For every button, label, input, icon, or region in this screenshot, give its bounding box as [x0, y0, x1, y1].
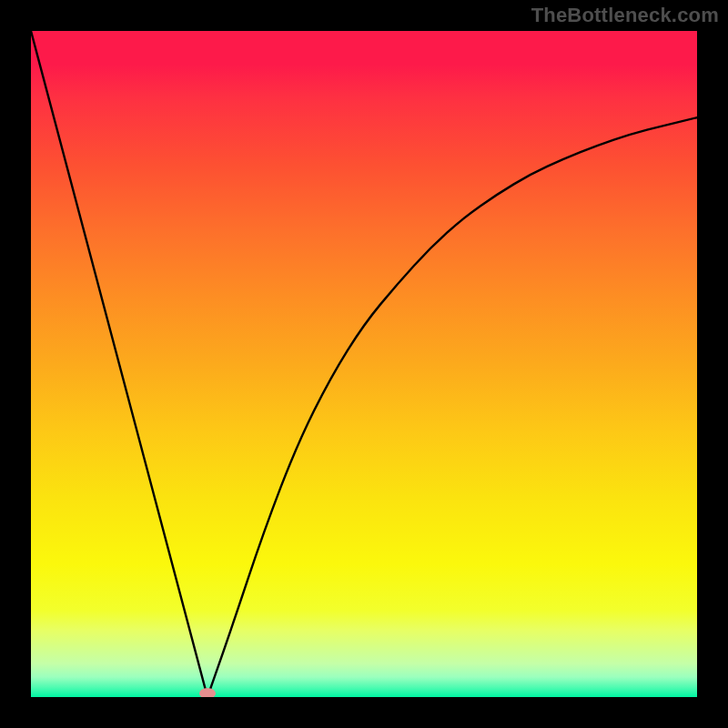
- chart-container: TheBottleneck.com: [0, 0, 728, 728]
- minimum-marker: [199, 688, 216, 697]
- plot-area: [31, 31, 697, 697]
- curve-path: [31, 31, 697, 697]
- curve-svg: [31, 31, 697, 697]
- watermark-text: TheBottleneck.com: [531, 4, 719, 27]
